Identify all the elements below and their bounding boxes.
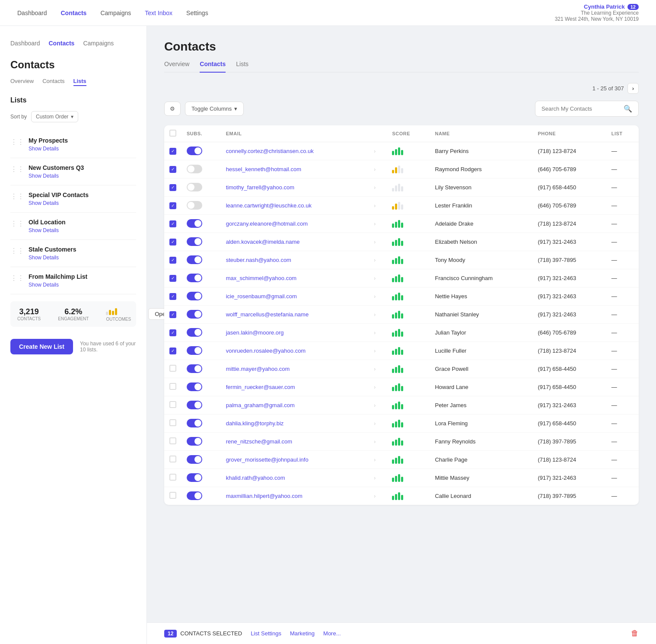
subscription-toggle[interactable]: [187, 219, 202, 228]
show-details-link[interactable]: Show Details: [29, 146, 59, 152]
row-checkbox[interactable]: [169, 456, 176, 462]
row-checkbox[interactable]: [169, 419, 176, 426]
list-name[interactable]: My Prospects: [29, 137, 68, 144]
next-page-button[interactable]: ›: [627, 83, 639, 94]
tab-contacts[interactable]: Contacts: [42, 78, 64, 86]
row-checkbox[interactable]: ✓: [169, 202, 176, 209]
subscription-toggle[interactable]: [187, 237, 202, 246]
row-list-cell: —: [606, 287, 639, 306]
subscription-toggle[interactable]: [187, 274, 202, 282]
nav-settings[interactable]: Settings: [186, 10, 208, 16]
subscription-toggle[interactable]: [187, 183, 202, 191]
row-chevron-cell: ›: [369, 414, 387, 433]
list-item: ⋮⋮ Old Location Show Details: [10, 213, 136, 240]
row-checkbox[interactable]: [169, 401, 176, 408]
row-checkbox[interactable]: ✓: [169, 311, 176, 318]
row-checkbox[interactable]: ✓: [169, 184, 176, 191]
show-details-link[interactable]: Show Details: [29, 173, 59, 179]
main-tabs: Overview Contacts Lists: [164, 61, 639, 73]
row-checkbox[interactable]: ✓: [169, 257, 176, 264]
row-list-cell: —: [606, 360, 639, 378]
subscription-toggle[interactable]: [187, 473, 202, 482]
nav-campaigns[interactable]: Campaigns: [100, 10, 131, 16]
list-name[interactable]: Old Location: [29, 219, 66, 226]
toggle-columns-button[interactable]: Toggle Columns ▾: [185, 102, 244, 116]
subscription-toggle[interactable]: [187, 255, 202, 264]
sidebar-nav-dashboard[interactable]: Dashboard: [10, 40, 40, 47]
drag-handle-icon: ⋮⋮: [10, 247, 24, 255]
subscription-toggle[interactable]: [187, 364, 202, 373]
row-subscription-cell: [182, 487, 221, 505]
row-checkbox[interactable]: [169, 474, 176, 481]
subscription-toggle[interactable]: [187, 437, 202, 446]
row-checkbox-cell: [164, 433, 182, 451]
user-address: 321 West 24th, New York, NY 10019: [555, 16, 639, 22]
nav-text-inbox[interactable]: Text Inbox: [145, 10, 172, 16]
subscription-toggle[interactable]: [187, 165, 202, 173]
subscription-toggle[interactable]: [187, 328, 202, 337]
list-name[interactable]: Stale Customers: [29, 246, 76, 253]
subscription-toggle[interactable]: [187, 401, 202, 409]
more-actions[interactable]: More...: [323, 630, 341, 637]
tab-overview[interactable]: Overview: [10, 78, 34, 86]
subscription-toggle[interactable]: [187, 419, 202, 427]
row-checkbox[interactable]: [169, 492, 176, 499]
row-subscription-cell: [182, 342, 221, 360]
list-name[interactable]: Special VIP Contacts: [29, 191, 89, 198]
row-checkbox[interactable]: [169, 365, 176, 372]
subscription-toggle[interactable]: [187, 491, 202, 500]
main-tab-lists[interactable]: Lists: [236, 61, 248, 72]
subscription-toggle[interactable]: [187, 455, 202, 464]
delete-icon[interactable]: 🗑: [631, 629, 639, 638]
list-name[interactable]: From Mailchimp List: [29, 273, 87, 280]
show-details-link[interactable]: Show Details: [29, 227, 59, 233]
row-checkbox[interactable]: ✓: [169, 239, 176, 245]
main-tab-contacts[interactable]: Contacts: [200, 61, 226, 73]
sidebar-nav-contacts[interactable]: Contacts: [49, 40, 75, 47]
create-new-list-button[interactable]: Create New List: [10, 339, 73, 354]
row-checkbox[interactable]: ✓: [169, 329, 176, 336]
row-checkbox[interactable]: ✓: [169, 148, 176, 155]
chevron-right-icon: ›: [374, 457, 376, 463]
nav-contacts[interactable]: Contacts: [61, 10, 87, 16]
subscription-toggle[interactable]: [187, 201, 202, 210]
list-mailchimp: From Mailchimp List Show Details: [29, 273, 87, 288]
lists-section: Lists Sort by Custom Order ▾ ⋮⋮ My Prosp…: [10, 96, 136, 294]
marketing-action[interactable]: Marketing: [290, 630, 315, 637]
show-details-link[interactable]: Show Details: [29, 255, 59, 261]
drag-handle-icon: ⋮⋮: [10, 192, 24, 201]
table-header-row: SUBS. EMAIL SCORE NAME PHONE LIST: [164, 125, 639, 142]
subscription-toggle[interactable]: [187, 310, 202, 319]
row-name-cell: Raymond Rodgers: [430, 160, 532, 179]
row-checkbox[interactable]: [169, 437, 176, 444]
list-name[interactable]: New Customers Q3: [29, 164, 84, 171]
nav-dashboard[interactable]: Dashboard: [17, 10, 47, 16]
sort-dropdown[interactable]: Custom Order ▾: [31, 111, 78, 122]
main-tab-overview[interactable]: Overview: [164, 61, 189, 72]
list-item: ⋮⋮ New Customers Q3 Show Details: [10, 158, 136, 185]
show-details-link[interactable]: Show Details: [29, 200, 59, 206]
row-phone-cell: (917) 321-2463: [532, 469, 606, 487]
sidebar-nav-campaigns[interactable]: Campaigns: [83, 40, 114, 47]
show-details-link[interactable]: Show Details: [29, 282, 59, 288]
subscription-toggle[interactable]: [187, 346, 202, 355]
subscription-toggle[interactable]: [187, 147, 202, 155]
list-settings-action[interactable]: List Settings: [251, 630, 281, 637]
row-checkbox[interactable]: ✓: [169, 293, 176, 300]
nav-links: Dashboard Contacts Campaigns Text Inbox …: [17, 10, 208, 16]
row-subscription-cell: [182, 451, 221, 469]
filter-button[interactable]: ⚙: [164, 102, 181, 116]
row-checkbox[interactable]: [169, 383, 176, 390]
row-checkbox[interactable]: ✓: [169, 220, 176, 227]
row-checkbox[interactable]: ✓: [169, 275, 176, 282]
row-subscription-cell: [182, 142, 221, 160]
search-input[interactable]: [541, 105, 620, 112]
subscription-toggle[interactable]: [187, 292, 202, 300]
row-checkbox[interactable]: ✓: [169, 166, 176, 173]
subscription-toggle[interactable]: [187, 383, 202, 391]
tab-lists[interactable]: Lists: [73, 78, 86, 86]
row-phone-cell: (917) 321-2463: [532, 306, 606, 324]
create-row: Create New List You have used 6 of your …: [10, 339, 136, 354]
row-checkbox[interactable]: ✓: [169, 348, 176, 354]
select-all-checkbox[interactable]: [169, 130, 176, 137]
